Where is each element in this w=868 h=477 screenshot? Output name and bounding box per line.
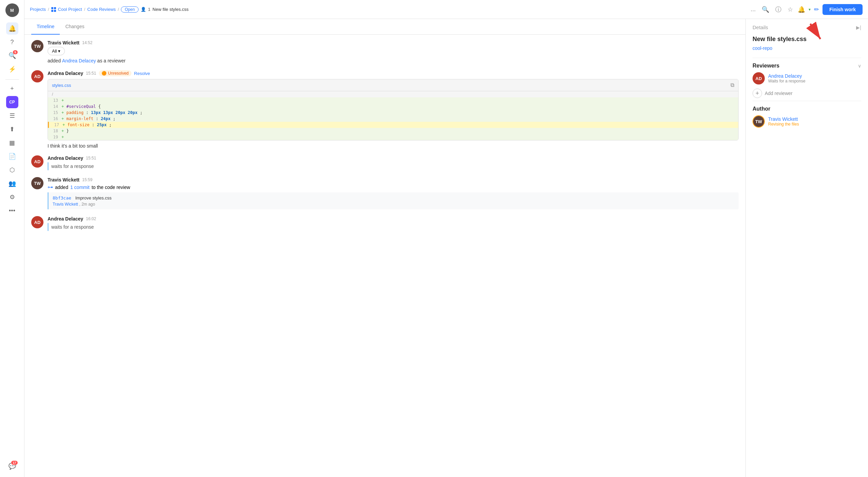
sidebar-item-project[interactable]: CP bbox=[6, 96, 18, 108]
collapse-panel-icon[interactable]: ▶| bbox=[856, 25, 861, 30]
msg-author: Andrea Delacey bbox=[48, 155, 83, 161]
sidebar-divider bbox=[5, 79, 19, 80]
list-item: TW Travis Wickett 15:59 ⊶ added 1 commit… bbox=[31, 177, 739, 209]
add-reviewer-button[interactable]: + Add reviewer bbox=[753, 89, 861, 98]
message-body: Andrea Delacey 15:51 🟠 Unresolved Resolv… bbox=[48, 70, 739, 149]
message-header: Andrea Delacey 16:02 bbox=[48, 216, 96, 222]
message-body: Travis Wickett 15:59 ⊶ added 1 commit to… bbox=[48, 177, 739, 209]
resolve-button[interactable]: Resolve bbox=[134, 71, 150, 76]
edit-icon[interactable]: ✏ bbox=[814, 6, 819, 13]
wait-text-2: waits for a response bbox=[51, 223, 94, 231]
deploy-icon: ⬆ bbox=[10, 126, 15, 133]
topbar-bell-icon[interactable]: 🔔 bbox=[798, 6, 805, 13]
commit-meta: Travis Wickett , 2m ago bbox=[53, 202, 735, 207]
line-content: + margin-left : 24px ; bbox=[61, 116, 738, 121]
sidebar-item-doc[interactable]: 📄 bbox=[6, 150, 18, 163]
sidebar-item-chat[interactable]: 💬 17 bbox=[6, 460, 18, 472]
waiting-body: Andrea Delacey 15:51 waits for a respons… bbox=[48, 155, 96, 170]
finish-work-button[interactable]: Finish work bbox=[822, 4, 863, 15]
breadcrumb-projects[interactable]: Projects bbox=[30, 7, 46, 12]
wait-content: waits for a response bbox=[48, 162, 96, 170]
sidebar-item-cube[interactable]: ⬡ bbox=[6, 164, 18, 176]
author-name[interactable]: Travis Wickett bbox=[768, 116, 799, 122]
author-item: TW Travis Wickett Revising the files bbox=[753, 115, 861, 128]
sidebar-item-team[interactable]: 👥 bbox=[6, 177, 18, 190]
avatar: TW bbox=[31, 177, 43, 189]
line-number: 19 bbox=[48, 135, 61, 139]
tabs: Timeline Changes bbox=[24, 19, 745, 35]
sidebar-item-list[interactable]: ☰ bbox=[6, 110, 18, 122]
msg-time: 15:51 bbox=[86, 71, 96, 76]
sidebar-item-lightning[interactable]: ⚡ bbox=[6, 63, 18, 75]
message-header: Travis Wickett 14:52 bbox=[48, 40, 739, 45]
author-status: Revising the files bbox=[768, 122, 799, 127]
list-item: AD Andrea Delacey 15:51 🟠 Unresolved Res… bbox=[31, 70, 739, 149]
wait-bar-2 bbox=[48, 223, 49, 231]
commit-message: Improve styles.css bbox=[75, 195, 112, 201]
sidebar: M 🔔 ? 🔍 5 ⚡ + CP ☰ ⬆ ▦ 📄 ⬡ 👥 ⚙ ••• bbox=[0, 0, 24, 477]
avatar: AD bbox=[31, 70, 43, 82]
msg-author: Travis Wickett bbox=[48, 177, 79, 183]
sidebar-item-notifications[interactable]: 🔔 bbox=[6, 22, 18, 35]
message-header: Andrea Delacey 15:51 bbox=[48, 155, 96, 161]
commit-first-line: 8bf3cae Improve styles.css bbox=[53, 195, 735, 201]
list-icon: ☰ bbox=[10, 112, 15, 119]
breadcrumb-sep3: / bbox=[118, 7, 119, 12]
waiting-item-2: AD Andrea Delacey 16:02 waits for a resp… bbox=[31, 216, 739, 231]
repo-link[interactable]: cool-repo bbox=[753, 45, 861, 51]
commit-link[interactable]: 1 commit bbox=[70, 185, 90, 190]
timeline-area: Timeline Changes TW Travis Wickett 14:52 bbox=[24, 19, 746, 477]
line-number: 16 bbox=[48, 116, 61, 121]
more-options-icon[interactable]: ... bbox=[749, 4, 757, 14]
sidebar-item-settings[interactable]: ⚙ bbox=[6, 191, 18, 203]
sidebar-item-board[interactable]: ▦ bbox=[6, 137, 18, 149]
status-badge: Open bbox=[121, 6, 138, 13]
lightning-icon: ⚡ bbox=[8, 65, 16, 73]
sidebar-item-more[interactable]: ••• bbox=[6, 205, 18, 217]
avatar: AD bbox=[31, 216, 43, 228]
avatar: AD bbox=[31, 155, 43, 168]
topbar-search-icon[interactable]: 🔍 bbox=[760, 4, 771, 15]
line-content: + bbox=[61, 135, 738, 139]
code-block: styles.css ⧉ / 13 + 14 bbox=[48, 79, 739, 140]
code-line: 13 + bbox=[48, 97, 738, 103]
breadcrumb-section[interactable]: Code Reviews bbox=[87, 7, 116, 12]
breadcrumb-task[interactable]: New file styles.css bbox=[152, 7, 188, 12]
copy-icon[interactable]: ⧉ bbox=[730, 82, 734, 88]
reviewers-section-title: Reviewers bbox=[753, 63, 779, 69]
code-line-highlighted: 17 + font-size : 25px ; bbox=[48, 122, 738, 128]
unresolved-label: Unresolved bbox=[108, 71, 129, 76]
line-number: 17 bbox=[49, 122, 62, 127]
more-icon: ••• bbox=[9, 207, 15, 214]
warning-icon: 🟠 bbox=[102, 71, 107, 76]
line-number: 14 bbox=[48, 104, 61, 109]
cube-icon: ⬡ bbox=[10, 166, 15, 174]
commit-author-link[interactable]: Travis Wickett bbox=[53, 202, 78, 207]
sidebar-item-search[interactable]: 🔍 5 bbox=[6, 50, 18, 62]
code-lines: 13 + 14 + #serviceQual { bbox=[48, 97, 738, 140]
reviewers-collapse-icon[interactable]: ∨ bbox=[858, 63, 861, 69]
code-line: 15 + padding : 13px 13px 20px 20px ; bbox=[48, 110, 738, 116]
commit-age: , 2m ago bbox=[79, 202, 95, 207]
bell-dropdown-icon[interactable]: ▾ bbox=[809, 7, 811, 12]
user-avatar[interactable]: M bbox=[5, 3, 19, 17]
filter-all-button[interactable]: All ▾ bbox=[48, 47, 65, 55]
code-file-header: styles.css ⧉ bbox=[48, 79, 738, 91]
line-content: + font-size : 25px ; bbox=[62, 122, 738, 127]
breadcrumb-project[interactable]: Cool Project bbox=[58, 7, 82, 12]
topbar: Projects / Cool Project / Code Reviews /… bbox=[24, 0, 868, 19]
sidebar-item-plus[interactable]: + bbox=[6, 82, 18, 95]
star-icon[interactable]: ☆ bbox=[786, 4, 794, 15]
project-label: CP bbox=[9, 100, 15, 104]
tab-changes[interactable]: Changes bbox=[60, 19, 90, 35]
info-icon[interactable]: ⓘ bbox=[774, 4, 783, 15]
wait-content-2: waits for a response bbox=[48, 223, 96, 231]
code-line: 16 + margin-left : 24px ; bbox=[48, 116, 738, 122]
settings-icon: ⚙ bbox=[10, 193, 15, 201]
tab-timeline[interactable]: Timeline bbox=[31, 19, 60, 35]
sidebar-item-deploy[interactable]: ⬆ bbox=[6, 123, 18, 135]
author-info: Travis Wickett Revising the files bbox=[768, 116, 799, 127]
author-avatar-inner: TW bbox=[753, 116, 764, 127]
sidebar-item-help[interactable]: ? bbox=[6, 36, 18, 48]
reviewer-name[interactable]: Andrea Delacey bbox=[768, 73, 806, 79]
